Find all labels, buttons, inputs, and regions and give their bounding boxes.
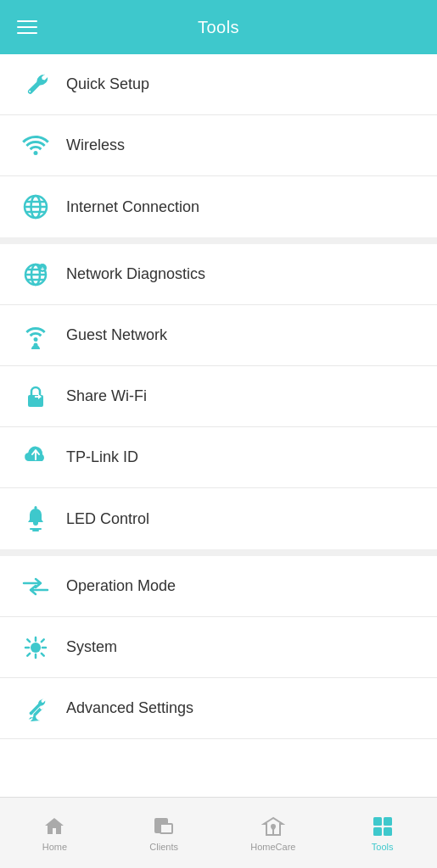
- nav-item-home[interactable]: Home: [0, 815, 109, 852]
- tools-nav-icon: [371, 815, 395, 838]
- system-icon: [17, 629, 54, 666]
- menu-item-tplink-id[interactable]: TP-Link ID: [0, 427, 437, 488]
- section-1: Quick Setup Wireless Internet Connec: [0, 54, 437, 237]
- menu-item-wireless[interactable]: Wireless: [0, 115, 437, 176]
- menu-item-operation-mode[interactable]: Operation Mode: [0, 556, 437, 617]
- clients-nav-icon: [152, 815, 176, 838]
- homecare-nav-icon: [261, 815, 285, 838]
- section-divider-1: [0, 237, 437, 244]
- svg-rect-20: [384, 817, 392, 826]
- quick-setup-label: Quick Setup: [66, 75, 149, 93]
- guest-network-icon: [17, 317, 54, 354]
- nav-item-clients[interactable]: Clients: [109, 815, 219, 852]
- quick-setup-icon: [17, 66, 54, 103]
- menu-item-guest-network[interactable]: Guest Network: [0, 305, 437, 366]
- section-2: + Network Diagnostics Guest Network: [0, 244, 437, 549]
- network-diagnostics-label: Network Diagnostics: [66, 265, 205, 283]
- svg-rect-19: [373, 817, 382, 826]
- menu-item-system[interactable]: System: [0, 617, 437, 678]
- bottom-navigation: Home Clients HomeCare T: [0, 797, 437, 868]
- system-label: System: [66, 638, 117, 656]
- svg-rect-21: [373, 827, 382, 836]
- nav-item-tools[interactable]: Tools: [328, 815, 437, 852]
- content-area: Quick Setup Wireless Internet Connec: [0, 54, 437, 797]
- wireless-icon: [17, 127, 54, 164]
- header: Tools: [0, 0, 437, 54]
- menu-item-advanced-settings[interactable]: Advanced Settings: [0, 678, 437, 739]
- section-divider-2: [0, 549, 437, 556]
- menu-item-internet-connection[interactable]: Internet Connection: [0, 176, 437, 237]
- tplink-id-icon: [17, 439, 54, 476]
- share-wifi-icon: [17, 378, 54, 415]
- operation-mode-label: Operation Mode: [66, 577, 176, 595]
- menu-item-quick-setup[interactable]: Quick Setup: [0, 54, 437, 115]
- led-control-icon: [17, 500, 54, 537]
- nav-item-homecare[interactable]: HomeCare: [219, 815, 328, 852]
- advanced-settings-icon: [17, 690, 54, 727]
- tplink-id-label: TP-Link ID: [66, 448, 138, 466]
- svg-rect-18: [160, 824, 172, 833]
- led-control-label: LED Control: [66, 510, 149, 528]
- tools-nav-label: Tools: [372, 842, 394, 852]
- home-nav-label: Home: [42, 842, 67, 852]
- advanced-settings-label: Advanced Settings: [66, 699, 193, 717]
- menu-item-network-diagnostics[interactable]: + Network Diagnostics: [0, 244, 437, 305]
- header-title: Tools: [198, 18, 239, 37]
- menu-button[interactable]: [17, 20, 37, 34]
- clients-nav-label: Clients: [149, 842, 178, 852]
- section-3: Operation Mode System Advanced Settings: [0, 556, 437, 739]
- internet-connection-icon: [17, 188, 54, 225]
- svg-text:+: +: [41, 265, 45, 273]
- operation-mode-icon: [17, 568, 54, 605]
- homecare-nav-label: HomeCare: [250, 842, 295, 852]
- svg-rect-22: [384, 827, 392, 836]
- menu-item-led-control[interactable]: LED Control: [0, 488, 437, 549]
- share-wifi-label: Share Wi-Fi: [66, 387, 147, 405]
- wireless-label: Wireless: [66, 136, 125, 154]
- internet-connection-label: Internet Connection: [66, 198, 199, 216]
- network-diagnostics-icon: +: [17, 256, 54, 293]
- menu-item-share-wifi[interactable]: Share Wi-Fi: [0, 366, 437, 427]
- home-nav-icon: [42, 815, 66, 838]
- svg-rect-14: [35, 506, 37, 509]
- guest-network-label: Guest Network: [66, 326, 167, 344]
